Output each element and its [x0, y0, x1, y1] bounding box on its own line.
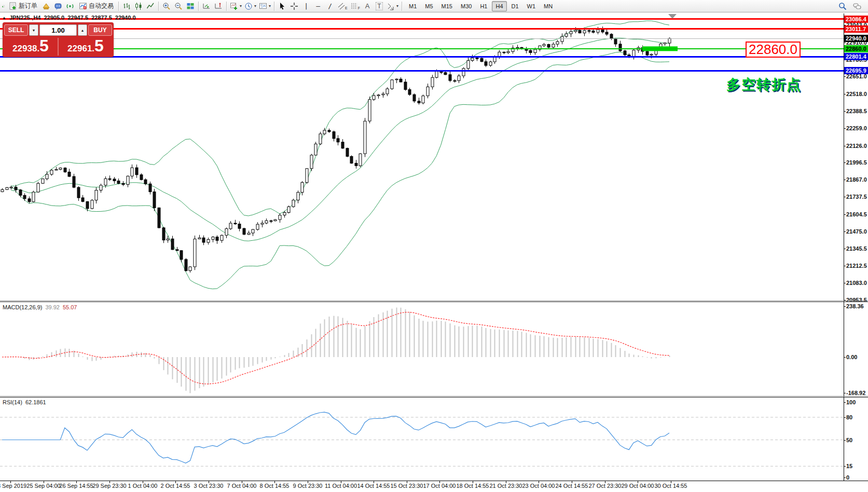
- tile-windows-button[interactable]: [185, 1, 196, 11]
- auto-scroll-button[interactable]: [201, 1, 212, 11]
- chart-shift-button[interactable]: [213, 1, 224, 11]
- bear-candle-body: [588, 31, 590, 32]
- crosshair-tool-button[interactable]: [288, 1, 300, 11]
- market-depth-button[interactable]: [40, 1, 52, 11]
- one-click-prices-row: 22938.5 22961.5: [4, 38, 112, 56]
- time-axis-label: 18 Oct 14:55: [457, 483, 489, 489]
- pane-separator[interactable]: [0, 396, 868, 397]
- auto-trading-button[interactable]: 自动交易: [76, 1, 116, 11]
- one-click-toggle-arrow[interactable]: ▲: [2, 16, 6, 20]
- auto-trading-icon: [79, 2, 87, 10]
- zoom-in-button[interactable]: [161, 1, 172, 11]
- clipped-chart-icon[interactable]: [1, 1, 6, 11]
- bear-candle-body: [68, 172, 71, 176]
- new-order-button[interactable]: 新订单: [6, 1, 40, 11]
- line-chart-button[interactable]: [145, 1, 156, 11]
- sell-button[interactable]: SELL: [4, 24, 28, 36]
- bull-candle-body: [189, 267, 191, 271]
- bear-candle-body: [15, 187, 17, 190]
- price-tick-mark: [844, 283, 846, 283]
- timeframe-button-m1[interactable]: M1: [405, 1, 420, 11]
- price-tick-label: 21604.5: [846, 211, 867, 217]
- timeframe-button-d1[interactable]: D1: [508, 1, 522, 11]
- bar-chart-button[interactable]: [121, 1, 132, 11]
- pane-separator[interactable]: [0, 300, 868, 301]
- timeframe-button-mn[interactable]: MN: [540, 1, 556, 11]
- price-annotation-box: 22860.0: [746, 42, 801, 58]
- bear-candle-body: [28, 199, 31, 202]
- bear-candle-body: [453, 80, 456, 81]
- horizontal-level-line[interactable]: [0, 56, 844, 58]
- zoom-in-icon: [162, 2, 171, 10]
- time-axis-label: 29 Sep 23:30: [92, 483, 126, 489]
- text-tool-button[interactable]: A: [362, 1, 373, 11]
- price-axis-tag: 22801.4: [844, 53, 868, 60]
- bear-candle-body: [341, 142, 344, 148]
- community-button[interactable]: [52, 1, 64, 11]
- volume-input[interactable]: [39, 24, 77, 36]
- bid-price-big-digit: 5: [39, 38, 49, 53]
- search-button[interactable]: [837, 1, 848, 11]
- timeframe-button-w1[interactable]: W1: [523, 1, 540, 11]
- price-tick-label: 21867.0: [846, 176, 867, 183]
- signals-button[interactable]: [64, 1, 76, 11]
- price-axis-tag: 22860.0: [844, 45, 868, 52]
- pane-separator[interactable]: [0, 302, 868, 302]
- horizontal-level-line[interactable]: [0, 48, 844, 49]
- bull-candle-body: [650, 54, 653, 56]
- volume-decrease-button[interactable]: ▼: [29, 24, 38, 36]
- cursor-tool-button[interactable]: [277, 1, 288, 11]
- bull-candle-body: [274, 220, 277, 221]
- templates-button[interactable]: ▾: [258, 1, 272, 11]
- vertical-line-tool-button[interactable]: |: [300, 1, 312, 11]
- timeframe-button-m5[interactable]: M5: [421, 1, 436, 11]
- horizontal-level-line[interactable]: [0, 70, 844, 72]
- bull-candle-body: [167, 239, 169, 240]
- zoom-out-button[interactable]: [173, 1, 184, 11]
- crosshair-icon: [290, 2, 298, 10]
- dropdown-caret-icon: ▾: [269, 4, 271, 8]
- bear-candle-body: [418, 101, 420, 103]
- chat-button[interactable]: [851, 1, 863, 11]
- timeframe-toolbar: M1M5M15M30H1H4D1W1MN: [405, 1, 556, 11]
- bear-candle-body: [158, 208, 160, 228]
- chart-shift-marker-icon[interactable]: [668, 14, 677, 19]
- bid-price[interactable]: 22938.5: [4, 38, 57, 56]
- bull-candle-body: [50, 170, 53, 174]
- timeframe-button-m15[interactable]: M15: [438, 1, 456, 11]
- bear-candle-body: [122, 183, 125, 184]
- channel-sub-label: E: [345, 6, 348, 10]
- symbol-period-label: JPN225-,H4: [9, 15, 41, 21]
- trendline-tool-button[interactable]: /: [324, 1, 336, 11]
- horizontal-line-tool-button[interactable]: —: [312, 1, 324, 11]
- bear-candle-body: [503, 52, 505, 53]
- timeframe-button-m30[interactable]: M30: [457, 1, 475, 11]
- bull-candle-body: [279, 215, 281, 220]
- bull-candle-body: [6, 187, 8, 189]
- rsi-scale-tick: [844, 477, 846, 478]
- ask-price[interactable]: 22961.5: [59, 38, 112, 56]
- horizontal-level-line[interactable]: [0, 28, 844, 30]
- indicators-button[interactable]: ▾: [229, 1, 243, 11]
- arrows-tool-button[interactable]: ▾: [385, 1, 399, 11]
- bear-candle-body: [404, 82, 407, 90]
- bear-candle-body: [476, 58, 478, 59]
- candlestick-button[interactable]: [133, 1, 144, 11]
- fibonacci-tool-button[interactable]: F: [349, 1, 361, 11]
- volume-increase-button[interactable]: ▲: [78, 24, 87, 36]
- bull-candle-body: [261, 223, 264, 224]
- bear-candle-body: [176, 250, 178, 251]
- buy-button[interactable]: BUY: [88, 24, 112, 36]
- pane-separator[interactable]: [0, 397, 868, 398]
- price-tick-label: 21212.5: [846, 263, 867, 269]
- periods-button[interactable]: ▾: [243, 1, 257, 11]
- bull-candle-body: [426, 87, 429, 95]
- rsi-indicator-label: RSI(14) 62.1861: [3, 399, 46, 405]
- text-label-tool-button[interactable]: T: [374, 1, 385, 11]
- channel-tool-button[interactable]: E: [336, 1, 349, 11]
- time-axis-label: 3 Oct 23:30: [194, 483, 224, 489]
- timeframe-button-h4[interactable]: H4: [492, 1, 506, 11]
- price-tick-label: 22518.0: [846, 91, 867, 97]
- bear-candle-body: [202, 238, 205, 242]
- timeframe-button-h1[interactable]: H1: [476, 1, 491, 11]
